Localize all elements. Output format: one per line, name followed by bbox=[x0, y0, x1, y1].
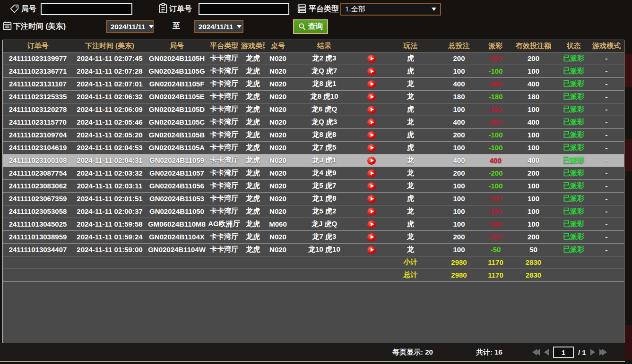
date-to-picker[interactable]: 2024/11/11 bbox=[194, 20, 243, 33]
table-row[interactable]: 2411110231157702024-11-11 02:05:46GN0202… bbox=[3, 116, 624, 128]
cell-play: 龙 bbox=[386, 230, 435, 243]
cell-status: 已派彩 bbox=[558, 243, 589, 256]
cell-payout: 400 bbox=[483, 116, 509, 128]
platform-type-label: 平台类型 bbox=[309, 4, 339, 14]
cell-table_no: N020 bbox=[265, 116, 291, 128]
cell-replay bbox=[357, 141, 386, 154]
replay-play-icon[interactable] bbox=[367, 144, 376, 152]
cell-payout: 200 bbox=[483, 52, 509, 65]
cell-platform: 卡卡湾厅 bbox=[207, 192, 241, 205]
cell-payout: -100 bbox=[483, 141, 509, 154]
replay-play-icon[interactable] bbox=[367, 131, 376, 139]
total-row-cell-3 bbox=[207, 269, 241, 281]
server-icon bbox=[297, 3, 307, 14]
cell-valid: 100 bbox=[509, 128, 558, 141]
table-row[interactable]: 2411110130344072024-11-11 01:59:00GN0202… bbox=[3, 243, 624, 256]
cell-table_no: N020 bbox=[265, 103, 291, 116]
cell-round: GN02024B1105F bbox=[147, 77, 207, 90]
table-row[interactable]: 2411110230877542024-11-11 02:03:32GN0202… bbox=[3, 167, 624, 179]
cell-round: GN02024B1104W bbox=[147, 243, 207, 256]
last-page-button[interactable] bbox=[599, 349, 607, 356]
next-page-button[interactable] bbox=[590, 349, 595, 356]
replay-play-icon[interactable] bbox=[367, 233, 376, 241]
replay-play-icon[interactable] bbox=[367, 157, 376, 165]
cell-order: 241111023120278 bbox=[3, 103, 73, 116]
cell-play: 龙 bbox=[386, 179, 435, 192]
table-row[interactable]: 2411110230530582024-11-11 02:00:37GN0202… bbox=[3, 205, 624, 218]
calendar-icon bbox=[2, 20, 12, 31]
date-from-picker[interactable]: 2024/11/11 bbox=[106, 20, 154, 33]
cell-mode: - bbox=[589, 52, 624, 65]
table-row[interactable]: 2411110231399772024-11-11 02:07:45GN0202… bbox=[3, 52, 624, 65]
cell-mode: - bbox=[589, 218, 624, 230]
replay-play-icon[interactable] bbox=[367, 182, 376, 190]
table-row[interactable]: 2411110231097042024-11-11 02:05:20GN0202… bbox=[3, 128, 624, 141]
cell-result: 龙4 虎9 bbox=[291, 167, 357, 179]
cell-platform: 卡卡湾厅 bbox=[207, 167, 241, 179]
replay-play-icon[interactable] bbox=[367, 195, 376, 203]
page-number-input[interactable] bbox=[553, 347, 574, 358]
replay-play-icon[interactable] bbox=[367, 68, 376, 76]
cell-round: GN02024B1105C bbox=[147, 116, 207, 128]
column-header-1: 下注时间 (美东) bbox=[73, 40, 147, 52]
order-input[interactable] bbox=[199, 3, 289, 15]
table-row[interactable]: 2411110231202782024-11-11 02:06:09GN0202… bbox=[3, 103, 624, 116]
cell-play: 龙 bbox=[386, 154, 435, 167]
replay-play-icon[interactable] bbox=[367, 106, 376, 114]
round-input[interactable] bbox=[41, 3, 132, 15]
replay-play-icon[interactable] bbox=[367, 55, 376, 63]
replay-play-icon[interactable] bbox=[367, 246, 376, 254]
query-button[interactable]: 查询 bbox=[293, 19, 328, 34]
cell-round: GM06024B110M8 bbox=[147, 218, 207, 230]
replay-play-icon[interactable] bbox=[367, 208, 376, 216]
cell-table_no: N020 bbox=[265, 243, 291, 256]
first-page-button[interactable] bbox=[532, 349, 540, 356]
cell-valid: 400 bbox=[509, 77, 558, 90]
cell-bet: 200 bbox=[435, 167, 483, 179]
cell-valid: 100 bbox=[509, 141, 558, 154]
replay-play-icon[interactable] bbox=[367, 169, 376, 178]
cell-time: 2024-11-11 02:03:11 bbox=[73, 179, 147, 192]
table-row[interactable]: 2411110231367712024-11-11 02:07:28GN0202… bbox=[3, 65, 624, 77]
subtotal-row-cell-9: 2980 bbox=[435, 256, 483, 269]
replay-play-icon[interactable] bbox=[367, 80, 376, 88]
table-row[interactable]: 2411110130450252024-11-11 01:59:58GM0602… bbox=[3, 218, 624, 230]
cell-result: 龙1 虎8 bbox=[291, 192, 357, 205]
table-row[interactable]: 2411110231253352024-11-11 02:06:32GN0202… bbox=[3, 90, 624, 103]
cell-table_no: N020 bbox=[265, 65, 291, 77]
cell-status: 已派彩 bbox=[558, 179, 589, 192]
to-label: 至 bbox=[173, 21, 180, 31]
cell-payout: 400 bbox=[483, 77, 509, 90]
cell-status: 已派彩 bbox=[558, 218, 589, 230]
prev-page-button[interactable] bbox=[544, 349, 549, 356]
cell-play: 虎 bbox=[386, 141, 435, 154]
platform-type-select[interactable]: 1.全部 bbox=[340, 3, 441, 16]
table-row[interactable]: 2411110230673592024-11-11 02:01:51GN0202… bbox=[3, 192, 624, 205]
cell-payout: 100 bbox=[483, 205, 509, 218]
cell-status: 已派彩 bbox=[558, 141, 589, 154]
table-row[interactable]: 2411110231311072024-11-11 02:07:01GN0202… bbox=[3, 77, 624, 90]
cell-valid: 400 bbox=[509, 116, 558, 128]
table-row[interactable]: 2411110231046192024-11-11 02:04:53GN0202… bbox=[3, 141, 624, 154]
replay-play-icon[interactable] bbox=[367, 220, 376, 229]
total-row-cell-2 bbox=[147, 269, 207, 281]
cell-status: 已派彩 bbox=[558, 77, 589, 90]
cell-game: 龙虎 bbox=[241, 167, 265, 179]
column-header-4: 游戏类型 bbox=[241, 40, 265, 52]
table-row[interactable]: 2411110231001082024-11-11 02:04:31GN0202… bbox=[3, 154, 624, 167]
subtotal-row-cell-13 bbox=[589, 256, 624, 269]
cell-mode: - bbox=[589, 65, 624, 77]
replay-play-icon[interactable] bbox=[367, 119, 376, 127]
cell-game: 龙虎 bbox=[241, 230, 265, 243]
bet-records-table-container: 订单号下注时间 (美东)局号平台类型游戏类型桌号结果玩法总投注派彩有效投注额状态… bbox=[2, 40, 624, 343]
cell-game: 龙虎 bbox=[241, 52, 265, 65]
replay-play-icon[interactable] bbox=[367, 93, 376, 101]
cell-valid: 100 bbox=[509, 103, 558, 116]
total-row-cell-1 bbox=[73, 269, 147, 281]
cell-payout: -180 bbox=[483, 90, 509, 103]
table-row[interactable]: 2411110230830622024-11-11 02:03:11GN0202… bbox=[3, 179, 624, 192]
table-row[interactable]: 2411110130389592024-11-11 01:59:24GN0202… bbox=[3, 230, 624, 243]
cell-order: 241111023131107 bbox=[3, 77, 73, 90]
cell-mode: - bbox=[589, 167, 624, 179]
total-row-cell-4 bbox=[241, 269, 265, 281]
